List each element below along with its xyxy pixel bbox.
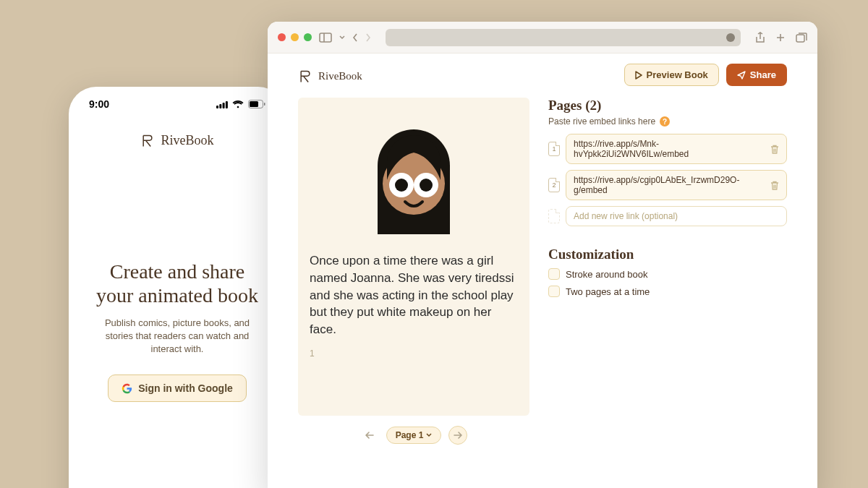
tabs-overview-icon[interactable] (796, 33, 807, 43)
svg-rect-1 (219, 104, 221, 108)
logo-icon (298, 69, 312, 84)
sidebar-icon[interactable] (319, 33, 332, 43)
page-illustration (310, 109, 518, 238)
svg-rect-2 (223, 103, 225, 108)
app-header: RiveBook Preview Book Share (268, 53, 817, 90)
address-bar[interactable] (386, 29, 741, 46)
svg-rect-7 (320, 33, 331, 42)
phone-body: RiveBook Create and share your animated … (69, 116, 286, 488)
customization-heading: Customization (548, 247, 787, 262)
sign-in-google-button[interactable]: Sign in with Google (108, 374, 247, 402)
pages-hint-text: Paste rive embed links here (548, 116, 655, 127)
svg-rect-0 (216, 106, 218, 108)
browser-chrome (268, 22, 817, 53)
help-icon[interactable]: ? (660, 116, 670, 127)
story-text: Once upon a time there was a girl named … (310, 252, 518, 338)
prev-page-button[interactable] (360, 426, 379, 445)
status-time: 9:00 (89, 98, 109, 110)
logo[interactable]: RiveBook (298, 69, 362, 84)
add-page-link-row: Add new rive link (optional) (548, 206, 787, 226)
cellular-icon (216, 100, 228, 108)
svg-rect-5 (250, 101, 258, 107)
page-selector-label: Page 1 (396, 430, 424, 440)
status-icons (216, 100, 265, 108)
preview-label: Preview Book (647, 69, 708, 80)
page-index-badge: 2 (548, 178, 560, 192)
add-page-link-placeholder: Add new rive link (optional) (574, 211, 678, 221)
controls-column: Pages (2) Paste rive embed links here ? … (548, 98, 787, 484)
add-page-link-input[interactable]: Add new rive link (optional) (566, 206, 787, 226)
delete-link-button[interactable] (770, 181, 779, 190)
svg-rect-3 (226, 101, 228, 108)
character-illustration-icon (352, 115, 475, 238)
trash-icon (770, 181, 779, 190)
stroke-label: Stroke around book (566, 269, 647, 280)
minimize-window-icon[interactable] (291, 33, 299, 41)
svg-point-13 (395, 179, 408, 192)
stroke-checkbox[interactable] (548, 268, 560, 280)
new-tab-icon[interactable] (775, 33, 786, 43)
delete-link-button[interactable] (770, 145, 779, 154)
logo: RiveBook (140, 133, 213, 148)
wifi-icon (232, 100, 244, 108)
svg-rect-6 (264, 103, 265, 106)
phone-mockup: 9:00 RiveBook Create and share your anim… (69, 87, 286, 488)
two-pages-checkbox[interactable] (548, 286, 560, 297)
header-actions: Preview Book Share (624, 64, 787, 86)
play-icon (635, 71, 642, 80)
arrow-left-icon (365, 432, 374, 439)
page-link-value: https://rive.app/s/cgip0LAbEk_IrzwmD29O-… (574, 175, 770, 195)
two-pages-label: Two pages at a time (566, 286, 650, 297)
share-page-icon[interactable] (755, 32, 765, 43)
pages-hint-row: Paste rive embed links here ? (548, 116, 787, 127)
chevron-down-icon[interactable] (339, 35, 345, 40)
page-link-value: https://rive.app/s/Mnk-hvYpkk2iUi2WNV6IL… (574, 139, 770, 159)
page-navigator: Page 1 (298, 426, 529, 445)
site-settings-icon[interactable] (726, 33, 735, 42)
book-page-preview: Once upon a time there was a girl named … (298, 98, 529, 416)
status-bar: 9:00 (69, 87, 286, 116)
browser-window: RiveBook Preview Book Share (268, 22, 817, 488)
page-link-row: 2 https://rive.app/s/cgip0LAbEk_IrzwmD29… (548, 170, 787, 200)
hero-headline: Create and share your animated book (90, 260, 264, 308)
hero: Create and share your animated book Publ… (90, 148, 264, 488)
maximize-window-icon[interactable] (304, 33, 312, 41)
page-number: 1 (310, 348, 518, 359)
send-icon (737, 71, 746, 80)
traffic-lights (278, 33, 312, 41)
book-canvas-column: Once upon a time there was a girl named … (298, 98, 529, 484)
svg-point-14 (420, 179, 433, 192)
share-button[interactable]: Share (726, 64, 787, 86)
back-icon[interactable] (352, 33, 358, 42)
page-index-badge: 1 (548, 142, 560, 156)
arrow-right-icon (454, 432, 462, 439)
next-page-button[interactable] (448, 426, 467, 445)
page-link-input[interactable]: https://rive.app/s/cgip0LAbEk_IrzwmD29O-… (566, 170, 787, 200)
hero-subhead: Publish comics, picture books, and stori… (90, 317, 264, 356)
customization-section: Customization Stroke around book Two pag… (548, 247, 787, 297)
google-icon (122, 383, 132, 394)
trash-icon (770, 145, 779, 154)
svg-rect-9 (796, 35, 804, 42)
preview-book-button[interactable]: Preview Book (624, 64, 719, 86)
close-window-icon[interactable] (278, 33, 286, 41)
battery-icon (248, 100, 265, 108)
logo-text: RiveBook (318, 70, 362, 82)
page-index-placeholder-icon (548, 209, 560, 223)
page-link-input[interactable]: https://rive.app/s/Mnk-hvYpkk2iUi2WNV6IL… (566, 134, 787, 164)
logo-text: RiveBook (161, 133, 213, 148)
stroke-option-row: Stroke around book (548, 268, 787, 280)
share-label: Share (750, 69, 776, 80)
app-main: Once upon a time there was a girl named … (268, 90, 817, 488)
chevron-down-icon (426, 433, 432, 437)
forward-icon[interactable] (365, 33, 371, 42)
page-link-row: 1 https://rive.app/s/Mnk-hvYpkk2iUi2WNV6… (548, 134, 787, 164)
page-selector[interactable]: Page 1 (386, 427, 442, 444)
logo-icon (140, 134, 155, 148)
google-button-label: Sign in with Google (138, 382, 233, 394)
pages-heading: Pages (2) (548, 98, 787, 114)
two-pages-option-row: Two pages at a time (548, 286, 787, 297)
